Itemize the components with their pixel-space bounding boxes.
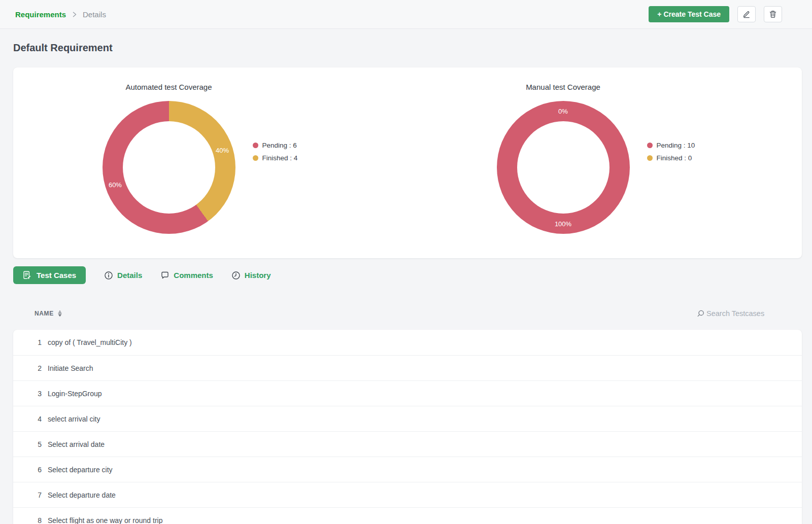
- tab-comments[interactable]: Comments: [160, 271, 213, 280]
- coverage-charts-card: Automated test Coverage 40%60% Pending :…: [13, 67, 802, 258]
- row-number: 2: [37, 364, 42, 372]
- search-testcases-input[interactable]: [706, 309, 775, 318]
- name-header-label: NAME: [35, 310, 54, 317]
- test-cases-icon: [23, 271, 31, 280]
- donut-hole: [517, 121, 610, 214]
- sort-button[interactable]: [57, 310, 62, 317]
- chart-title: Manual test Coverage: [526, 83, 600, 92]
- breadcrumb-requirements[interactable]: Requirements: [15, 10, 66, 19]
- legend-label: Finished : 0: [657, 154, 692, 162]
- row-number: 5: [37, 440, 42, 448]
- legend-dot: [253, 143, 258, 148]
- tab-label: Comments: [174, 271, 213, 280]
- edit-button[interactable]: [737, 6, 756, 22]
- row-number: 6: [37, 466, 42, 474]
- pencil-icon: [742, 10, 751, 18]
- slice-percent-label: 0%: [558, 108, 568, 115]
- automated-coverage-chart: Automated test Coverage 40%60% Pending :…: [13, 67, 408, 258]
- slice-percent-label: 40%: [216, 146, 229, 154]
- tabs-row: Test Cases Details Comments History: [13, 266, 802, 284]
- legend-label: Finished : 4: [262, 154, 298, 162]
- donut: 0%100%: [497, 101, 630, 234]
- testcase-name: copy of ( Travel_multiCity ): [48, 338, 132, 346]
- title-section: Default Requirement: [0, 29, 812, 54]
- tab-label: History: [245, 271, 271, 280]
- chart-legend: Pending : 6Finished : 4: [253, 141, 319, 162]
- manual-coverage-chart: Manual test Coverage 0%100% Pending : 10…: [408, 67, 802, 258]
- history-icon: [231, 271, 241, 280]
- row-number: 7: [37, 491, 42, 499]
- top-bar: Requirements Details + Create Test Case: [0, 0, 812, 29]
- legend-label: Pending : 10: [657, 142, 695, 149]
- delete-button[interactable]: [764, 6, 782, 22]
- row-number: 4: [37, 415, 42, 423]
- search-icon: [696, 309, 705, 318]
- table-row[interactable]: 3Login-StepGroup: [13, 380, 802, 406]
- row-number: 3: [37, 390, 42, 398]
- legend-item: Pending : 6: [253, 141, 319, 149]
- page-title: Default Requirement: [13, 42, 799, 54]
- create-test-case-button[interactable]: + Create Test Case: [649, 6, 729, 22]
- tab-details[interactable]: Details: [104, 271, 142, 280]
- info-icon: [104, 271, 113, 280]
- trash-icon: [769, 10, 777, 18]
- sort-icon: [57, 310, 62, 317]
- donut-column: Manual test Coverage 0%100%: [497, 83, 630, 234]
- testcase-name: Select flight as one way or round trip: [48, 516, 162, 524]
- legend-item: Finished : 0: [647, 154, 713, 162]
- testcase-table-body: 1copy of ( Travel_multiCity )2Initiate S…: [13, 330, 802, 524]
- row-number: 8: [37, 516, 42, 524]
- testcase-table: 1copy of ( Travel_multiCity )2Initiate S…: [13, 330, 802, 524]
- topbar-actions: + Create Test Case: [649, 6, 782, 22]
- table-row[interactable]: 1copy of ( Travel_multiCity ): [13, 330, 802, 355]
- table-row[interactable]: 6Select departure city: [13, 457, 802, 482]
- slice-percent-label: 100%: [555, 220, 571, 228]
- legend-dot: [647, 155, 653, 161]
- tab-test-cases[interactable]: Test Cases: [13, 266, 86, 284]
- tab-history[interactable]: History: [231, 271, 271, 280]
- chart-title: Automated test Coverage: [125, 83, 212, 92]
- testcase-name: Login-StepGroup: [48, 390, 102, 398]
- table-row[interactable]: 8Select flight as one way or round trip: [13, 507, 802, 524]
- name-column-header: NAME: [13, 310, 62, 317]
- comment-icon: [160, 271, 170, 280]
- testcase-name: Select departure date: [48, 491, 116, 499]
- legend-label: Pending : 6: [262, 142, 297, 149]
- legend-dot: [647, 143, 653, 148]
- search-box: [696, 309, 775, 318]
- legend-item: Pending : 10: [647, 141, 713, 149]
- testcase-name: Initiate Search: [48, 364, 93, 372]
- legend-item: Finished : 4: [253, 154, 319, 162]
- table-row[interactable]: 2Initiate Search: [13, 355, 802, 380]
- legend-dot: [253, 155, 258, 161]
- row-number: 1: [37, 338, 42, 346]
- testcase-name: Select departure city: [48, 466, 113, 474]
- table-header-row: NAME: [13, 304, 802, 323]
- breadcrumb: Requirements Details: [15, 10, 106, 19]
- table-row[interactable]: 4select arrival city: [13, 406, 802, 431]
- table-row[interactable]: 5Select arrival date: [13, 431, 802, 457]
- chevron-right-icon: [71, 11, 78, 18]
- tab-label: Test Cases: [37, 271, 76, 280]
- donut: 40%60%: [103, 101, 235, 234]
- chart-legend: Pending : 10Finished : 0: [647, 141, 713, 162]
- tab-label: Details: [117, 271, 142, 280]
- breadcrumb-details: Details: [83, 10, 106, 19]
- testcase-name: select arrival city: [48, 415, 100, 423]
- donut-hole: [123, 121, 215, 214]
- slice-percent-label: 60%: [109, 181, 122, 189]
- table-row[interactable]: 7Select departure date: [13, 482, 802, 507]
- donut-column: Automated test Coverage 40%60%: [103, 83, 235, 234]
- testcase-name: Select arrival date: [48, 440, 105, 448]
